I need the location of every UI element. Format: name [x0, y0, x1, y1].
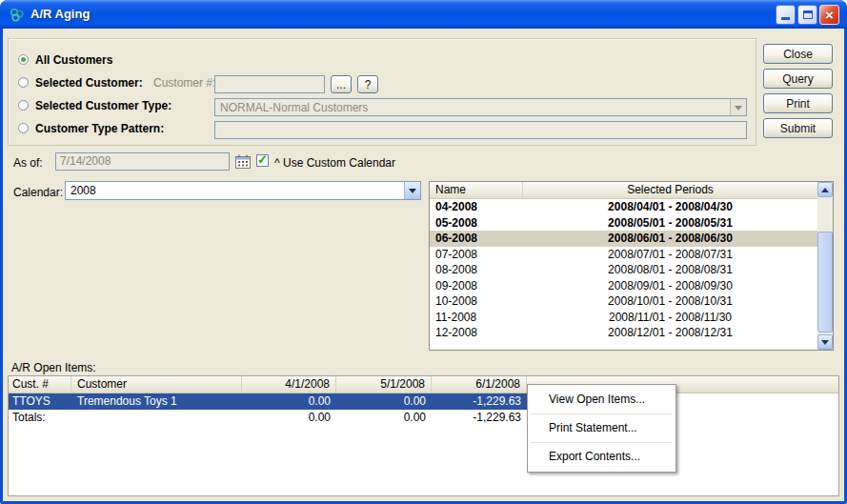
date-picker-button[interactable] — [233, 152, 252, 170]
period-row-09-2008[interactable]: 09-2008 2008/09/01 - 2008/09/30 — [430, 278, 817, 294]
minimize-button[interactable] — [776, 5, 796, 25]
period-range: 2008/12/01 - 2008/12/31 — [523, 325, 817, 341]
periods-scrollbar[interactable] — [817, 182, 833, 350]
selected-customer-label: Selected Customer: — [35, 76, 143, 90]
content-area: All Customers Selected Customer: Custome… — [3, 29, 844, 501]
open-items-row-ttoys[interactable]: TTOYS Tremendous Toys 1 0.00 0.00 -1,229… — [9, 393, 527, 410]
period-row-07-2008[interactable]: 07-2008 2008/07/01 - 2008/07/31 — [430, 247, 817, 263]
customer-cell: Tremendous Toys 1 — [71, 393, 242, 410]
calendar-value: 2008 — [71, 184, 401, 197]
open-items-header: Cust. # Customer 4/1/2008 5/1/2008 6/1/2… — [9, 376, 838, 393]
period-name: 07-2008 — [430, 247, 523, 263]
customer-type-pattern-row: Customer Type Pattern: — [9, 121, 756, 140]
selected-customer-type-row: Selected Customer Type: NORMAL-Normal Cu… — [9, 98, 756, 117]
customer-type-dropdown-button[interactable] — [730, 99, 746, 115]
period-name: 12-2008 — [430, 325, 523, 341]
periods-range-column-header[interactable]: Selected Periods — [523, 182, 817, 198]
customer-type-value: NORMAL-Normal Customers — [220, 101, 727, 114]
titlebar[interactable]: A/R Aging × — [0, 0, 847, 29]
periods-name-column-header[interactable]: Name — [430, 182, 523, 198]
scroll-up-button[interactable] — [817, 182, 833, 197]
period-name: 11-2008 — [430, 310, 523, 326]
period-name: 08-2008 — [430, 262, 523, 278]
as-of-date-input[interactable]: 7/14/2008 — [55, 152, 230, 171]
close-icon: × — [825, 8, 834, 22]
period-row-06-2008[interactable]: 06-2008 2008/06/01 - 2008/06/30 — [430, 231, 817, 247]
period-name: 10-2008 — [430, 293, 523, 310]
column-header-customer[interactable]: Customer — [71, 376, 242, 393]
query-button[interactable]: Query — [763, 69, 833, 89]
column-header-period1[interactable]: 4/1/2008 — [242, 376, 336, 393]
calendar-dropdown[interactable]: 2008 — [65, 181, 421, 200]
customer-filter-groupbox: All Customers Selected Customer: Custome… — [8, 38, 756, 146]
totals-period2: 0.00 — [336, 410, 432, 426]
scrollbar-thumb[interactable] — [817, 232, 833, 333]
period-row-08-2008[interactable]: 08-2008 2008/08/01 - 2008/08/31 — [430, 262, 817, 278]
customer-type-pattern-radio[interactable] — [18, 123, 29, 133]
period-range: 2008/10/01 - 2008/10/31 — [523, 293, 817, 310]
open-items-table: Cust. # Customer 4/1/2008 5/1/2008 6/1/2… — [8, 375, 839, 496]
menu-item-print-statement[interactable]: Print Statement... — [529, 414, 675, 442]
customer-help-button[interactable]: ? — [357, 75, 378, 93]
cust-number-cell: TTOYS — [9, 393, 71, 410]
period-row-12-2008[interactable]: 12-2008 2008/12/01 - 2008/12/31 — [430, 325, 817, 341]
window-title: A/R Aging — [30, 7, 90, 21]
totals-period3: -1,229.63 — [432, 410, 527, 426]
use-custom-calendar-checkbox[interactable]: ✓ — [256, 154, 269, 167]
selected-customer-radio[interactable] — [18, 77, 29, 88]
maximize-button[interactable] — [797, 5, 817, 25]
period-row-11-2008[interactable]: 11-2008 2008/11/01 - 2008/11/30 — [430, 310, 817, 326]
calendar-label: Calendar: — [13, 186, 63, 199]
customer-type-dropdown[interactable]: NORMAL-Normal Customers — [214, 98, 747, 116]
open-items-label: A/R Open Items: — [11, 361, 96, 374]
chevron-down-icon — [735, 106, 742, 114]
column-header-period3[interactable]: 6/1/2008 — [432, 376, 527, 393]
context-menu: View Open Items... Print Statement... Ex… — [527, 384, 676, 473]
period-name: 05-2008 — [430, 215, 523, 232]
arrow-down-icon — [821, 340, 829, 349]
period-range: 2008/04/01 - 2008/04/30 — [523, 199, 817, 215]
column-header-cust-number[interactable]: Cust. # — [9, 376, 71, 393]
period-name: 04-2008 — [430, 199, 523, 215]
period-range: 2008/11/01 - 2008/11/30 — [523, 310, 817, 326]
maximize-icon — [803, 10, 813, 19]
period-range: 2008/05/01 - 2008/05/31 — [523, 215, 817, 232]
chevron-down-icon — [409, 189, 416, 197]
close-button[interactable]: Close — [763, 44, 833, 64]
selected-customer-type-radio[interactable] — [18, 100, 29, 111]
submit-button[interactable]: Submit — [763, 118, 833, 138]
calendar-dropdown-button[interactable] — [404, 182, 420, 199]
open-items-totals-row: Totals: 0.00 0.00 -1,229.63 — [9, 410, 838, 426]
calendar-icon — [235, 154, 251, 169]
period-name: 06-2008 — [430, 231, 523, 247]
selected-customer-type-label: Selected Customer Type: — [35, 99, 171, 112]
print-button[interactable]: Print — [763, 93, 833, 113]
period-range: 2008/06/01 - 2008/06/30 — [523, 231, 817, 247]
period-range: 2008/09/01 - 2008/09/30 — [523, 278, 817, 294]
period-range: 2008/08/01 - 2008/08/31 — [523, 262, 817, 278]
period-name: 09-2008 — [430, 278, 523, 294]
as-of-label: As of: — [13, 156, 43, 170]
periods-header: Name Selected Periods — [430, 182, 817, 199]
period-range: 2008/07/01 - 2008/07/31 — [523, 247, 817, 263]
app-icon — [9, 7, 25, 23]
ar-aging-window: A/R Aging × All Customers Selected Custo… — [0, 0, 847, 504]
customer-type-pattern-label: Customer Type Pattern: — [35, 122, 164, 135]
column-header-period2[interactable]: 5/1/2008 — [336, 376, 432, 393]
close-window-button[interactable]: × — [819, 5, 839, 25]
minimize-icon — [781, 17, 790, 20]
customer-type-pattern-input[interactable] — [214, 121, 747, 139]
scroll-down-button[interactable] — [817, 334, 833, 350]
window-controls: × — [774, 5, 839, 25]
menu-item-view-open-items[interactable]: View Open Items... — [529, 386, 675, 413]
all-customers-radio[interactable] — [18, 54, 29, 65]
totals-label: Totals: — [9, 410, 71, 426]
use-custom-calendar-label: ^ Use Custom Calendar — [274, 156, 395, 170]
menu-item-export-contents[interactable]: Export Contents... — [529, 443, 675, 471]
customer-number-input[interactable] — [214, 75, 325, 93]
period-row-05-2008[interactable]: 05-2008 2008/05/01 - 2008/05/31 — [430, 215, 817, 232]
customer-number-label: Customer #: — [153, 76, 215, 90]
period-row-04-2008[interactable]: 04-2008 2008/04/01 - 2008/04/30 — [430, 199, 817, 215]
period-row-10-2008[interactable]: 10-2008 2008/10/01 - 2008/10/31 — [430, 293, 817, 310]
customer-browse-button[interactable]: ... — [331, 75, 352, 93]
